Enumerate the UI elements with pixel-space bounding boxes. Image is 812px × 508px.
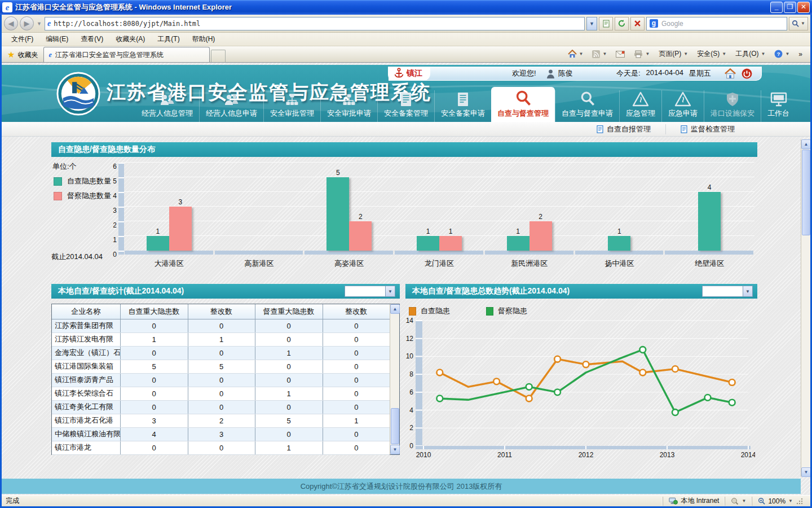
table-row[interactable]: 金海宏业（镇江）石0010 <box>52 346 390 360</box>
search-placeholder: Google <box>661 20 683 28</box>
nav-operator-info-apply[interactable]: 经营人信息申请 <box>199 90 263 122</box>
print-dropdown-icon[interactable]: ▼ <box>645 51 650 56</box>
document-icon <box>457 92 469 107</box>
favorites-button[interactable]: ★ 收藏夹 <box>2 47 43 62</box>
protected-mode-control[interactable]: ▼ <box>725 497 752 506</box>
search-input[interactable]: g Google <box>646 17 787 30</box>
scrollbar-thumb[interactable] <box>391 408 399 444</box>
nav-self-inspection-mgmt[interactable]: 自查与督查管理 <box>491 87 555 122</box>
refresh-button[interactable] <box>615 17 629 30</box>
legend-swatch <box>54 192 62 200</box>
close-button[interactable]: ✕ <box>797 2 810 13</box>
menu-help[interactable]: 帮助(H) <box>186 33 222 46</box>
address-bar-row: ◀ ▶ ▼ e http://localhost:8080/yjpt/Main.… <box>2 15 810 33</box>
scrollbar-thumb[interactable] <box>802 150 810 235</box>
history-dropdown-icon[interactable]: ▼ <box>37 21 42 27</box>
scroll-up-icon[interactable]: ▲ <box>390 304 400 314</box>
table-row[interactable]: 镇江奇美化工有限0000 <box>52 400 390 414</box>
home-dropdown-icon[interactable]: ▼ <box>579 51 584 56</box>
nav-port-facility-security[interactable]: 港口设施保安 <box>704 90 761 122</box>
table-row[interactable]: 江苏镇江发电有限1100 <box>52 332 390 346</box>
nav-workbench[interactable]: 工作台 <box>761 90 796 122</box>
user-avatar-icon <box>546 69 555 78</box>
page-scrollbar[interactable]: ▲ ▼ <box>801 139 810 477</box>
menu-file[interactable]: 文件(F) <box>5 33 39 46</box>
print-button[interactable]: ▼ <box>630 47 653 61</box>
trend-filter-dropdown[interactable]: ▼ <box>702 286 753 297</box>
tools-menu-button[interactable]: 工具(O)▼ <box>732 47 769 61</box>
submenu-self-report-mgmt[interactable]: 自查自报管理 <box>582 124 665 134</box>
forward-button[interactable]: ▶ <box>20 16 34 30</box>
chevron-down-icon[interactable]: ▼ <box>385 286 395 296</box>
table-scrollbar[interactable]: ▲ ▼ <box>390 304 399 454</box>
nav-emergency-apply[interactable]: 应急申请 <box>661 90 704 122</box>
table-row[interactable]: 镇江李长荣综合石0010 <box>52 387 390 400</box>
nav-safety-record-apply[interactable]: 安全备案申请 <box>434 90 491 122</box>
site-logo <box>56 72 100 116</box>
nav-operator-info-mgmt[interactable]: 经营人信息管理 <box>135 90 199 122</box>
help-dropdown-icon[interactable]: ▼ <box>785 51 789 56</box>
nav-emergency-mgmt[interactable]: 应急管理 <box>619 90 661 122</box>
feeds-button[interactable]: ▼ <box>589 47 610 61</box>
help-button[interactable]: ? ▼ <box>771 47 793 61</box>
address-input[interactable]: e http://localhost:8080/yjpt/Main.html <box>45 17 585 30</box>
refresh-icon <box>617 19 626 28</box>
logout-power-icon[interactable] <box>742 68 752 79</box>
table-row[interactable]: 江苏索普集团有限0000 <box>52 319 390 332</box>
scroll-down-icon[interactable]: ▼ <box>801 467 810 477</box>
search-dropdown-icon[interactable]: ▼ <box>801 21 805 26</box>
stats-filter-dropdown[interactable]: ▼ <box>345 286 395 297</box>
table-row[interactable]: 镇江港国际集装箱5500 <box>52 360 390 373</box>
submenu-supervision-check-mgmt[interactable]: 监督检查管理 <box>665 124 749 134</box>
active-tab[interactable]: e 江苏省港口安全监管与应急管理系统 <box>43 47 210 62</box>
table-cell: 3 <box>120 414 188 427</box>
nav-safety-record-mgmt[interactable]: 安全备案管理 <box>377 90 434 122</box>
maximize-button[interactable]: ❐ <box>784 2 796 13</box>
search-go-button[interactable]: ▼ <box>789 17 808 30</box>
minimize-button[interactable]: _ <box>770 2 783 13</box>
table-row[interactable]: 镇江恒泰沥青产品0000 <box>52 373 390 387</box>
menu-edit[interactable]: 编辑(E) <box>39 33 74 46</box>
scroll-down-icon[interactable]: ▼ <box>390 445 400 454</box>
zoom-control[interactable]: 100%▼ <box>752 497 810 506</box>
address-dropdown-button[interactable]: ▼ <box>586 17 597 30</box>
table-cell: 0 <box>120 441 188 454</box>
stop-button[interactable] <box>630 17 645 30</box>
resize-grip[interactable] <box>796 497 804 505</box>
magnifier-icon <box>515 91 532 107</box>
table-header-row: 企业名称自查重大隐患数整改数督查重大隐患数整改数 <box>52 304 390 319</box>
nav-safety-approval-mgmt[interactable]: 安全审批管理 <box>263 90 320 122</box>
table-row[interactable]: 镇江市港龙0010 <box>52 441 390 454</box>
menu-view[interactable]: 查看(V) <box>74 33 109 46</box>
tab-bar: ★ 收藏夹 e 江苏省港口安全监管与应急管理系统 ▼ ▼ ▼ 页面(P)▼ 安全… <box>2 46 810 63</box>
menu-favorites[interactable]: 收藏夹(A) <box>109 33 151 46</box>
nav-safety-approval-apply[interactable]: 安全审批申请 <box>320 90 377 122</box>
x-axis-segment <box>575 251 664 255</box>
safety-menu-button[interactable]: 安全(S)▼ <box>694 47 730 61</box>
table-cell: 5 <box>120 360 188 373</box>
bar <box>698 192 721 251</box>
y-axis-tick-label: 2 <box>104 221 117 229</box>
home-shortcut-icon[interactable] <box>725 68 736 79</box>
table-row[interactable]: 中储粮镇江粮油有限4300 <box>52 427 390 441</box>
bar-value-label: 2 <box>359 213 363 221</box>
page-menu-button[interactable]: 页面(P)▼ <box>655 47 691 61</box>
feeds-dropdown-icon[interactable]: ▼ <box>602 51 607 56</box>
status-bar: 完成 本地 Intranet ▼ 100%▼ <box>2 495 810 506</box>
new-tab-button[interactable] <box>211 50 226 62</box>
read-mail-button[interactable] <box>612 47 628 61</box>
bar-plot-area: 1352111214 <box>124 163 754 255</box>
back-button[interactable]: ◀ <box>4 16 18 30</box>
user-name[interactable]: 陈俊 <box>558 68 573 78</box>
chevron-down-icon[interactable]: ▼ <box>743 286 752 296</box>
nav-self-inspection-apply[interactable]: 自查与督查申请 <box>555 90 619 122</box>
table-cell: 3 <box>188 427 255 441</box>
scroll-up-icon[interactable]: ▲ <box>801 139 810 149</box>
svg-text:2010: 2010 <box>416 451 431 459</box>
table-row[interactable]: 镇江市港龙石化港3251 <box>52 414 390 427</box>
menu-tools[interactable]: 工具(T) <box>151 33 186 46</box>
svg-text:2011: 2011 <box>497 451 512 459</box>
home-button[interactable]: ▼ <box>564 47 587 61</box>
chevron-more-icon[interactable]: » <box>795 47 806 61</box>
compatibility-view-button[interactable] <box>599 17 613 30</box>
